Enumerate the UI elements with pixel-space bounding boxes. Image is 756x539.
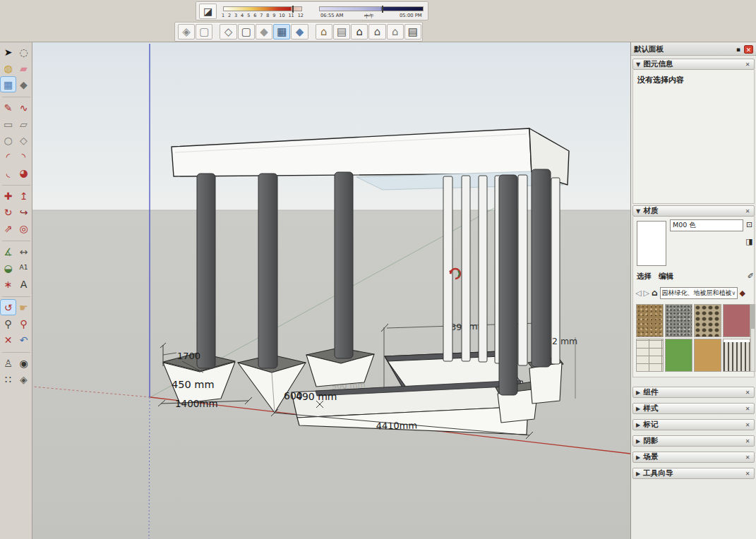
fence-slat[interactable] <box>479 176 487 362</box>
shadow-time-slider[interactable] <box>319 6 424 11</box>
footing5-front[interactable] <box>529 363 562 404</box>
tab-select[interactable]: 选择 <box>637 272 652 283</box>
tray-shadows-header[interactable]: ▶阴影✕ <box>632 435 755 447</box>
materials-header[interactable]: ▼ 材质 ✕ <box>632 205 755 217</box>
style-wireframe-button[interactable]: ◇ <box>220 24 236 40</box>
previous-view-tool[interactable]: ↶ <box>16 332 31 347</box>
circle-tool[interactable]: ○ <box>1 133 16 147</box>
orbit-tool[interactable]: ↺ <box>1 300 16 315</box>
back-arrow-icon[interactable]: ◁ <box>635 289 641 298</box>
tray-styles-header[interactable]: ▶样式✕ <box>632 403 755 414</box>
view-left-button[interactable]: ⌂ <box>387 24 404 40</box>
flat-brush-tool[interactable]: ◆ <box>16 77 31 92</box>
pie-tool[interactable]: ◕ <box>16 165 31 180</box>
column-3[interactable] <box>335 172 353 358</box>
dim-label-4410[interactable]: 4410mm <box>376 420 418 431</box>
push-pull-tool[interactable]: ↥ <box>16 188 31 203</box>
home-icon[interactable]: ⌂ <box>652 288 658 298</box>
tray-styles-close-icon[interactable]: ✕ <box>744 406 751 412</box>
material-fence[interactable] <box>723 339 750 372</box>
tray-close-button[interactable]: ✕ <box>744 45 753 54</box>
shadow-date-slider[interactable] <box>223 6 302 11</box>
zoom-tool[interactable]: ⚲ <box>1 316 16 331</box>
column-2[interactable] <box>258 174 277 368</box>
tape-measure-tool[interactable]: ∡ <box>1 244 16 259</box>
style-xray-button[interactable]: ◈ <box>178 24 195 40</box>
tray-tags-close-icon[interactable]: ✕ <box>744 422 751 428</box>
shadow-toggle-button[interactable]: ◪ <box>199 4 217 19</box>
look-around-tool[interactable]: ◉ <box>16 356 31 370</box>
material-tan-solid[interactable] <box>694 339 721 372</box>
two-point-arc-tool[interactable]: ◝ <box>16 149 31 164</box>
date-slider-handle[interactable] <box>292 6 294 13</box>
position-camera-tool[interactable]: ♙ <box>1 356 16 370</box>
fence-slat[interactable] <box>518 175 527 365</box>
view-right-button[interactable]: ⌂ <box>368 24 385 40</box>
view-front-button[interactable]: ⌂ <box>351 24 368 40</box>
dim-label-2mm[interactable]: 2 mm <box>552 336 577 346</box>
three-point-arc-tool[interactable]: ◟ <box>1 165 16 180</box>
dimension-tool[interactable]: ↔ <box>16 244 31 259</box>
tray-instructor-close-icon[interactable]: ✕ <box>744 471 751 477</box>
rotate-tool[interactable]: ↻ <box>1 205 16 219</box>
style-back-edges-button[interactable]: ▢ <box>196 24 212 40</box>
eraser-tool[interactable]: ▰ <box>16 61 31 75</box>
walk-tool[interactable]: ∷ <box>1 372 16 387</box>
dim-label-450[interactable]: 450 mm <box>172 379 215 390</box>
tray-components-close-icon[interactable]: ✕ <box>744 389 751 396</box>
section-plane-tool[interactable]: ◈ <box>16 372 31 387</box>
3d-text-tool[interactable]: A <box>16 277 31 291</box>
scrollbar-thumb[interactable] <box>751 305 755 329</box>
dim-label-1400[interactable]: 1400mm <box>175 398 218 409</box>
follow-me-tool[interactable]: ↪ <box>16 205 31 219</box>
freehand-tool[interactable]: ∿ <box>16 100 31 115</box>
paint-sample-button[interactable]: ◨ <box>745 236 754 247</box>
tray-components-header[interactable]: ▶组件✕ <box>632 387 755 398</box>
material-grass-green[interactable] <box>665 339 692 372</box>
tray-instructor-header[interactable]: ▶工具向导✕ <box>632 468 755 479</box>
create-material-button[interactable]: ⊡ <box>745 219 754 230</box>
material-category-dropdown[interactable]: 园林绿化、地被层和植被 ∨ <box>660 287 738 299</box>
dim-label-490[interactable]: 490 mm <box>296 391 337 402</box>
rotated-rectangle-tool[interactable]: ▱ <box>16 116 31 131</box>
protractor-tool[interactable]: ◒ <box>1 260 16 275</box>
tray-title-bar[interactable]: 默认面板 ▪ ✕ <box>631 44 756 56</box>
paint-bucket-tool[interactable]: ◍ <box>1 61 16 75</box>
swatch-scrollbar[interactable] <box>750 304 755 372</box>
view-iso-button[interactable]: ⌂ <box>316 24 332 40</box>
scale-tool[interactable]: ⇗ <box>1 221 16 236</box>
zoom-extents-tool[interactable]: ✕ <box>1 332 16 347</box>
sample-paint-icon[interactable]: ◆ <box>740 289 745 298</box>
material-pavers[interactable] <box>636 339 664 372</box>
entity-info-close-icon[interactable]: ✕ <box>744 61 751 68</box>
material-gravel-brown[interactable] <box>636 304 664 337</box>
arc-tool[interactable]: ◜ <box>1 149 16 164</box>
material-gravel-gray[interactable] <box>665 304 692 337</box>
tray-shadows-close-icon[interactable]: ✕ <box>744 438 751 444</box>
material-cobblestone[interactable] <box>694 304 721 337</box>
forward-arrow-icon[interactable]: ▷ <box>643 289 649 298</box>
column-1[interactable] <box>197 174 215 368</box>
column-5[interactable] <box>532 169 551 367</box>
column-4[interactable] <box>499 175 517 395</box>
lasso-select-tool[interactable]: ◌ <box>16 44 31 59</box>
pan-tool[interactable]: ☛ <box>16 300 31 315</box>
tray-scenes-header[interactable]: ▶场景✕ <box>632 452 755 463</box>
fence-slat[interactable] <box>443 176 452 361</box>
axes-tool[interactable]: ∗ <box>1 277 16 291</box>
pin-icon[interactable]: ▪ <box>735 46 742 53</box>
rectangle-tool[interactable]: ▭ <box>1 116 16 131</box>
material-red-solid[interactable] <box>723 304 750 337</box>
style-shaded-button[interactable]: ◆ <box>256 24 272 40</box>
material-name-field[interactable]: M00 色 <box>670 219 743 231</box>
text-tool[interactable]: A1 <box>16 260 31 275</box>
fence-slat[interactable] <box>462 176 470 361</box>
offset-tool[interactable]: ◎ <box>16 221 31 236</box>
polygon-tool[interactable]: ◇ <box>16 133 31 147</box>
style-hidden-line-button[interactable]: ▢ <box>238 24 255 40</box>
zoom-window-tool[interactable]: ⚲ <box>16 316 31 331</box>
view-top-button[interactable]: ▤ <box>333 24 350 40</box>
textured-paint-tool[interactable]: ▦ <box>1 77 16 92</box>
style-shaded-textures-button[interactable]: ▦ <box>273 24 290 40</box>
tray-tags-header[interactable]: ▶标记✕ <box>632 419 755 430</box>
